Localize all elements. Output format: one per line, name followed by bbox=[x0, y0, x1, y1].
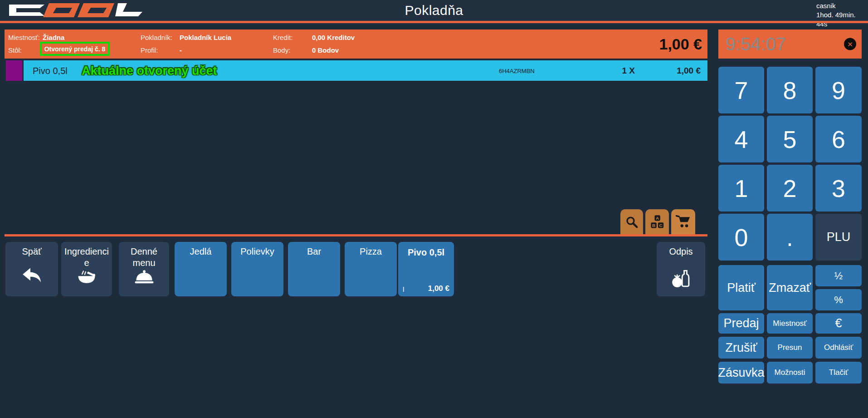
percent-button[interactable]: % bbox=[815, 289, 862, 310]
back-arrow-icon bbox=[21, 267, 42, 285]
svg-text:C: C bbox=[659, 223, 662, 228]
cancel-button[interactable]: Zrušiť bbox=[718, 337, 764, 359]
groceries-icon bbox=[671, 269, 691, 288]
keypad-3[interactable]: 3 bbox=[815, 165, 862, 211]
pos-screen: Pokladňa casnik 1hod. 49min. 44s Miestno… bbox=[0, 0, 868, 418]
profile-label: Profil: bbox=[141, 46, 158, 54]
keypad-4[interactable]: 4 bbox=[718, 116, 764, 162]
keypad-dot[interactable]: . bbox=[767, 214, 813, 261]
cart-icon bbox=[676, 215, 691, 229]
item-code: 6H4AZRMBN bbox=[499, 67, 535, 74]
item-qty: 1 X bbox=[622, 66, 635, 76]
order-total: 1,00 € bbox=[659, 35, 702, 53]
category-button-pizza[interactable]: Pizza bbox=[345, 242, 397, 296]
keypad-plu-button[interactable]: PLU bbox=[815, 214, 862, 261]
drawer-button[interactable]: Zásuvka bbox=[718, 362, 764, 384]
tab-search[interactable] bbox=[620, 209, 643, 234]
keypad-5[interactable]: 5 bbox=[767, 116, 813, 162]
item-color-marker bbox=[6, 60, 22, 81]
category-label: Bar bbox=[307, 246, 321, 257]
timer-panel: 9:54:07 ✕ bbox=[718, 30, 862, 59]
room-value: Žiadna bbox=[43, 34, 64, 41]
points-value: 0 Bodov bbox=[312, 46, 339, 54]
session-user: casnik bbox=[816, 1, 868, 10]
pay-button[interactable]: Platiť bbox=[718, 265, 764, 310]
back-label: Späť bbox=[22, 246, 41, 257]
category-button-bar[interactable]: Bar bbox=[288, 242, 340, 296]
writeoff-label: Odpis bbox=[669, 246, 692, 257]
credit-value: 0,00 Kreditov bbox=[312, 34, 355, 41]
category-label: Pizza bbox=[360, 246, 382, 257]
daily-menu-label: Denné menu bbox=[126, 246, 162, 269]
mortar-pestle-icon bbox=[77, 270, 97, 285]
abc-blocks-icon: A B C bbox=[650, 215, 664, 229]
product-price: 1,00 € bbox=[428, 284, 449, 293]
annotation-highlight-box: Otvorený predaj č. 8 bbox=[40, 42, 110, 56]
sale-button[interactable]: Predaj bbox=[718, 313, 764, 334]
close-icon[interactable]: ✕ bbox=[844, 38, 856, 50]
print-button[interactable]: Tlačiť bbox=[815, 362, 862, 384]
room-label: Miestnosť: bbox=[8, 34, 40, 41]
page-title: Pokladňa bbox=[0, 3, 868, 18]
svg-text:A: A bbox=[656, 216, 659, 221]
content-divider bbox=[5, 234, 707, 236]
keypad-7[interactable]: 7 bbox=[718, 67, 764, 113]
keypad-9[interactable]: 9 bbox=[815, 67, 862, 113]
annotation-open-account: Aktuálne otvorený účet bbox=[82, 64, 217, 78]
transfer-button[interactable]: Presun bbox=[767, 337, 813, 359]
svg-text:B: B bbox=[652, 223, 655, 228]
tab-cart[interactable] bbox=[671, 209, 695, 234]
table-label: Stôl: bbox=[8, 46, 22, 54]
receipt-item-row[interactable]: Pivo 0,5l Aktuálne otvorený účet 6H4AZRM… bbox=[24, 60, 707, 81]
table-value: Otvorený predaj č. 8 bbox=[44, 45, 106, 53]
cashier-label: Pokladník: bbox=[141, 34, 172, 41]
delete-button[interactable]: Zmazať bbox=[767, 265, 813, 310]
writeoff-button[interactable]: Odpis bbox=[657, 242, 705, 296]
euro-button[interactable]: € bbox=[815, 313, 862, 334]
back-button[interactable]: Späť bbox=[5, 242, 58, 296]
half-button[interactable]: ½ bbox=[815, 265, 862, 286]
keypad-0[interactable]: 0 bbox=[718, 214, 764, 261]
timer-value: 9:54:07 bbox=[726, 34, 786, 54]
ingredients-label: Ingrediencie bbox=[63, 246, 110, 269]
daily-menu-button[interactable]: Denné menu bbox=[119, 242, 169, 296]
product-unit: l bbox=[403, 285, 404, 293]
session-info: casnik 1hod. 49min. 44s bbox=[816, 1, 868, 29]
product-name: Pivo 0,5l bbox=[408, 247, 444, 258]
keypad-1[interactable]: 1 bbox=[718, 165, 764, 211]
points-label: Body: bbox=[273, 46, 290, 54]
session-duration: 1hod. 49min. 44s bbox=[816, 10, 868, 29]
header-bar: Pokladňa casnik 1hod. 49min. 44s bbox=[0, 0, 868, 21]
credit-label: Kredit: bbox=[273, 34, 293, 41]
category-label: Polievky bbox=[240, 246, 274, 257]
category-label: Jedlá bbox=[190, 246, 212, 257]
header-divider bbox=[0, 21, 868, 23]
ingredients-button[interactable]: Ingrediencie bbox=[61, 242, 112, 296]
keypad-6[interactable]: 6 bbox=[815, 116, 862, 162]
info-bar: Miestnosť: Žiadna Stôl: Otvorený predaj … bbox=[5, 30, 707, 59]
search-icon bbox=[625, 215, 639, 229]
keypad-8[interactable]: 8 bbox=[767, 67, 813, 113]
cashier-value: Pokladník Lucia bbox=[180, 34, 231, 41]
product-button-pivo[interactable]: Pivo 0,5l l 1,00 € bbox=[398, 242, 454, 296]
room-button[interactable]: Miestnosť bbox=[767, 313, 813, 334]
tab-abc-lookup[interactable]: A B C bbox=[645, 209, 669, 234]
item-name: Pivo 0,5l bbox=[33, 65, 68, 76]
category-button-jedla[interactable]: Jedlá bbox=[175, 242, 227, 296]
profile-value: - bbox=[180, 46, 182, 54]
logout-button[interactable]: Odhlásiť bbox=[815, 337, 862, 359]
cloche-icon bbox=[134, 270, 154, 285]
category-button-polievky[interactable]: Polievky bbox=[231, 242, 283, 296]
item-price: 1,00 € bbox=[677, 66, 701, 76]
options-button[interactable]: Možnosti bbox=[767, 362, 813, 384]
keypad-2[interactable]: 2 bbox=[767, 165, 813, 211]
